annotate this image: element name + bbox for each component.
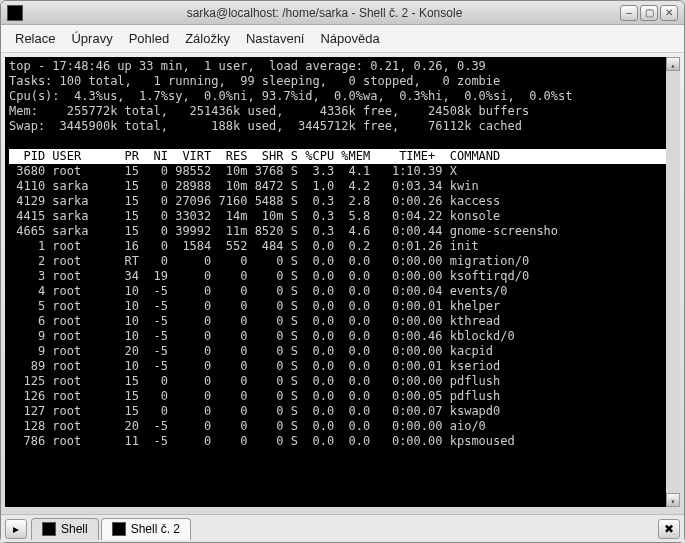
menu-pohled[interactable]: Pohled: [123, 29, 175, 48]
process-list: 3680 root 15 0 98552 10m 3768 S 3.3 4.1 …: [9, 164, 676, 449]
minimize-button[interactable]: –: [620, 5, 638, 21]
top-summary-5: Swap: 3445900k total, 188k used, 3445712…: [9, 119, 676, 134]
tabbar: ▸ Shell Shell č. 2 ✖: [1, 514, 684, 542]
terminal-scrollbar[interactable]: ▴ ▾: [666, 57, 680, 507]
process-row: 3680 root 15 0 98552 10m 3768 S 3.3 4.1 …: [9, 164, 676, 179]
konsole-window: sarka@localhost: /home/sarka - Shell č. …: [0, 0, 685, 543]
menu-napoveda[interactable]: Nápověda: [314, 29, 385, 48]
process-row: 3 root 34 19 0 0 0 S 0.0 0.0 0:00.00 kso…: [9, 269, 676, 284]
process-row: 128 root 20 -5 0 0 0 S 0.0 0.0 0:00.00 a…: [9, 419, 676, 434]
new-tab-icon: ▸: [13, 522, 19, 536]
process-row: 89 root 10 -5 0 0 0 S 0.0 0.0 0:00.01 ks…: [9, 359, 676, 374]
close-tab-button[interactable]: ✖: [658, 519, 680, 539]
menu-nastaveni[interactable]: Nastavení: [240, 29, 311, 48]
top-summary-2: Tasks: 100 total, 1 running, 99 sleeping…: [9, 74, 676, 89]
process-row: 127 root 15 0 0 0 0 S 0.0 0.0 0:00.07 ks…: [9, 404, 676, 419]
process-row: 125 root 15 0 0 0 0 S 0.0 0.0 0:00.00 pd…: [9, 374, 676, 389]
process-row: 126 root 15 0 0 0 0 S 0.0 0.0 0:00.05 pd…: [9, 389, 676, 404]
process-row: 4110 sarka 15 0 28988 10m 8472 S 1.0 4.2…: [9, 179, 676, 194]
process-row: 1 root 16 0 1584 552 484 S 0.0 0.2 0:01.…: [9, 239, 676, 254]
tab-shell-2[interactable]: Shell č. 2: [101, 518, 191, 540]
close-icon: ✖: [664, 522, 674, 536]
process-row: 4415 sarka 15 0 33032 14m 10m S 0.3 5.8 …: [9, 209, 676, 224]
app-icon: [7, 5, 23, 21]
terminal-icon: [42, 522, 56, 536]
close-button[interactable]: ✕: [660, 5, 678, 21]
process-row: 9 root 10 -5 0 0 0 S 0.0 0.0 0:00.46 kbl…: [9, 329, 676, 344]
menu-zalozky[interactable]: Záložky: [179, 29, 236, 48]
top-summary-3: Cpu(s): 4.3%us, 1.7%sy, 0.0%ni, 93.7%id,…: [9, 89, 676, 104]
menubar: Relace Úpravy Pohled Záložky Nastavení N…: [1, 25, 684, 53]
process-row: 4129 sarka 15 0 27096 7160 5488 S 0.3 2.…: [9, 194, 676, 209]
maximize-button[interactable]: ▢: [640, 5, 658, 21]
titlebar[interactable]: sarka@localhost: /home/sarka - Shell č. …: [1, 1, 684, 25]
process-row: 4 root 10 -5 0 0 0 S 0.0 0.0 0:00.04 eve…: [9, 284, 676, 299]
new-tab-button[interactable]: ▸: [5, 519, 27, 539]
process-row: 6 root 10 -5 0 0 0 S 0.0 0.0 0:00.00 kth…: [9, 314, 676, 329]
top-summary-4: Mem: 255772k total, 251436k used, 4336k …: [9, 104, 676, 119]
window-controls: – ▢ ✕: [620, 5, 678, 21]
terminal[interactable]: top - 17:48:46 up 33 min, 1 user, load a…: [5, 57, 680, 507]
tab-shell-1[interactable]: Shell: [31, 518, 99, 540]
menu-relace[interactable]: Relace: [9, 29, 61, 48]
process-row: 5 root 10 -5 0 0 0 S 0.0 0.0 0:00.01 khe…: [9, 299, 676, 314]
tab-label: Shell č. 2: [131, 522, 180, 536]
scroll-down-button[interactable]: ▾: [666, 493, 680, 507]
terminal-container: top - 17:48:46 up 33 min, 1 user, load a…: [1, 53, 684, 514]
top-summary-1: top - 17:48:46 up 33 min, 1 user, load a…: [9, 59, 676, 74]
scroll-track[interactable]: [666, 71, 680, 493]
scroll-up-button[interactable]: ▴: [666, 57, 680, 71]
process-row: 786 root 11 -5 0 0 0 S 0.0 0.0 0:00.00 k…: [9, 434, 676, 449]
blank-line: [9, 134, 676, 149]
window-title: sarka@localhost: /home/sarka - Shell č. …: [29, 6, 620, 20]
tab-label: Shell: [61, 522, 88, 536]
menu-upravy[interactable]: Úpravy: [65, 29, 118, 48]
process-row: 9 root 20 -5 0 0 0 S 0.0 0.0 0:00.00 kac…: [9, 344, 676, 359]
process-row: 4665 sarka 15 0 39992 11m 8520 S 0.3 4.6…: [9, 224, 676, 239]
terminal-icon: [112, 522, 126, 536]
process-row: 2 root RT 0 0 0 0 S 0.0 0.0 0:00.00 migr…: [9, 254, 676, 269]
process-header: PID USER PR NI VIRT RES SHR S %CPU %MEM …: [9, 149, 676, 164]
